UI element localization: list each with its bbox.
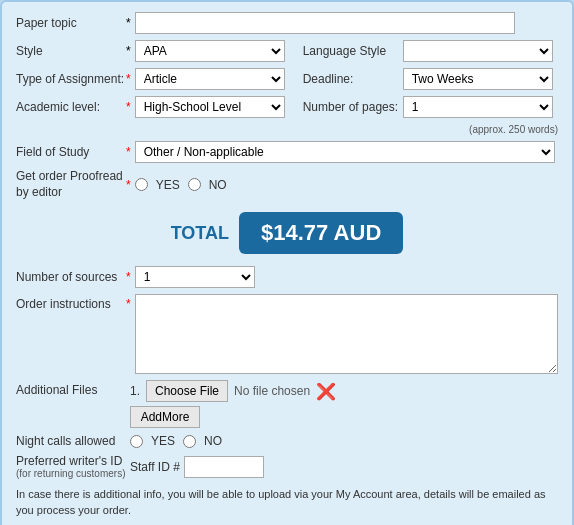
choose-file-button[interactable]: Choose File xyxy=(146,380,228,402)
instructions-required: * xyxy=(126,294,131,311)
sources-required: * xyxy=(126,270,131,284)
info-text: In case there is additional info, you wi… xyxy=(16,487,558,518)
sources-select[interactable]: 1 2 3 4 5 xyxy=(135,266,255,288)
night-calls-yes-radio[interactable] xyxy=(130,435,143,448)
file-name-display: No file chosen xyxy=(234,384,310,398)
paper-topic-input[interactable] xyxy=(135,12,515,34)
night-calls-no-radio[interactable] xyxy=(183,435,196,448)
style-language-row: Style * APA MLA Chicago Harvard Language… xyxy=(16,40,558,62)
assignment-label: Type of Assignment: xyxy=(16,72,126,86)
file-row-1: 1. Choose File No file chosen ❌ xyxy=(130,380,336,402)
field-study-label: Field of Study xyxy=(16,145,126,159)
paper-topic-row: Paper topic * xyxy=(16,12,558,34)
pages-label: Number of pages: xyxy=(303,100,403,114)
staff-id-input[interactable] xyxy=(184,456,264,478)
proofread-required: * xyxy=(126,178,131,192)
night-calls-row: Night calls allowed YES NO xyxy=(16,434,558,448)
field-study-row: Field of Study * Other / Non-applicable … xyxy=(16,141,558,163)
instructions-textarea[interactable] xyxy=(135,294,558,374)
assignment-required: * xyxy=(126,72,131,86)
proofread-no-radio[interactable] xyxy=(188,178,201,191)
approx-row: (approx. 250 words) xyxy=(16,124,558,135)
total-row: TOTAL $14.77 AUD xyxy=(16,212,558,254)
instructions-row: Order instructions * xyxy=(16,294,558,374)
proofread-row: Get order Proofread by editor * YES NO xyxy=(16,169,558,200)
style-required: * xyxy=(126,44,131,58)
total-label: TOTAL xyxy=(171,223,229,244)
addmore-button[interactable]: AddMore xyxy=(130,406,200,428)
sources-row: Number of sources * 1 2 3 4 5 xyxy=(16,266,558,288)
delete-file-icon[interactable]: ❌ xyxy=(316,382,336,401)
pages-select[interactable]: 1 2 3 4 5 xyxy=(403,96,553,118)
paper-topic-label: Paper topic xyxy=(16,16,126,30)
proofread-no-label: NO xyxy=(209,178,227,192)
level-required: * xyxy=(126,100,131,114)
academic-level-label: Academic level: xyxy=(16,100,126,114)
language-style-label: Language Style xyxy=(303,44,403,58)
proofread-label: Get order Proofread by editor xyxy=(16,169,126,200)
additional-files-label: Additional Files xyxy=(16,380,126,397)
proofread-yes-radio[interactable] xyxy=(135,178,148,191)
language-style-select[interactable]: US English UK English xyxy=(403,40,553,62)
sources-label: Number of sources xyxy=(16,270,126,284)
style-label: Style xyxy=(16,44,126,58)
assignment-deadline-row: Type of Assignment: * Article Essay Rese… xyxy=(16,68,558,90)
additional-files-row: Additional Files 1. Choose File No file … xyxy=(16,380,558,428)
night-calls-label: Night calls allowed xyxy=(16,434,126,448)
proofread-yes-label: YES xyxy=(156,178,180,192)
file-number: 1. xyxy=(130,384,140,398)
staff-id-label: Staff ID # xyxy=(130,460,180,474)
field-study-select[interactable]: Other / Non-applicable Arts Biology Busi… xyxy=(135,141,555,163)
total-value: $14.77 AUD xyxy=(239,212,403,254)
deadline-select[interactable]: Two Weeks 10 Days 7 Days 5 Days 3 Days 4… xyxy=(403,68,553,90)
field-required: * xyxy=(126,145,131,159)
night-calls-yes-label: YES xyxy=(151,434,175,448)
addmore-row: AddMore xyxy=(130,406,336,428)
style-select[interactable]: APA MLA Chicago Harvard xyxy=(135,40,285,62)
instructions-label: Order instructions xyxy=(16,294,126,311)
assignment-select[interactable]: Article Essay Research Paper xyxy=(135,68,285,90)
preferred-writer-label: Preferred writer's ID xyxy=(16,454,126,468)
writer-id-row: Preferred writer's ID (for returning cus… xyxy=(16,454,558,479)
form-container: Paper topic * Style * APA MLA Chicago Ha… xyxy=(0,0,574,525)
paper-topic-required: * xyxy=(126,16,131,30)
academic-level-select[interactable]: High-School Level College Level Undergra… xyxy=(135,96,285,118)
level-pages-row: Academic level: * High-School Level Coll… xyxy=(16,96,558,118)
deadline-label: Deadline: xyxy=(303,72,403,86)
preferred-writer-sub: (for returning customers) xyxy=(16,468,126,479)
night-calls-no-label: NO xyxy=(204,434,222,448)
approx-words: (approx. 250 words) xyxy=(416,124,558,135)
